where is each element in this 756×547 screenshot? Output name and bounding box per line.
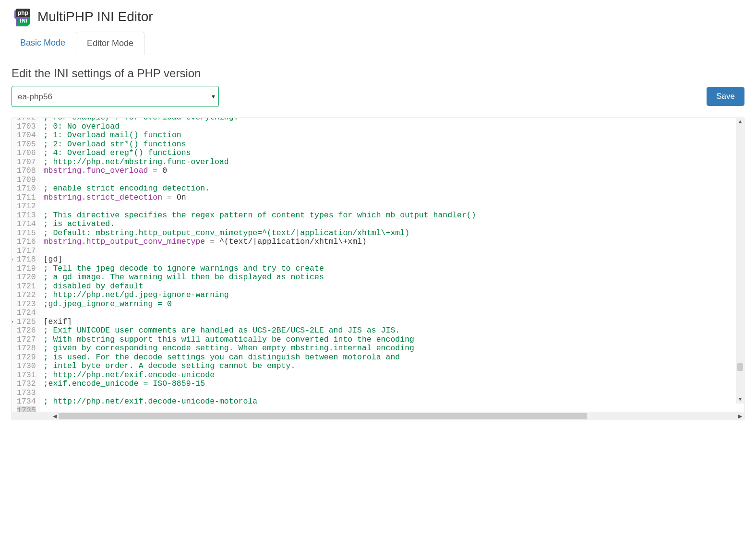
- code-line[interactable]: ; 0: No overload: [44, 122, 740, 131]
- line-number-gutter: 1702170317041705170617071708170917101711…: [12, 118, 40, 412]
- code-line[interactable]: ; Exif UNICODE user comments are handled…: [44, 326, 740, 335]
- line-number: 1706: [17, 149, 36, 158]
- line-number: 1721: [17, 282, 36, 291]
- line-number: 1713: [17, 211, 36, 220]
- code-comment: ;gd.jpeg_ignore_warning = 0: [44, 299, 172, 309]
- code-line[interactable]: ; http://php.net/gd.jpeg-ignore-warning: [44, 291, 740, 300]
- line-number: 1714: [17, 220, 36, 229]
- code-line[interactable]: ; given by corresponding encode setting.…: [44, 344, 740, 353]
- code-line[interactable]: ; 2: Overload str*() functions: [44, 140, 740, 149]
- line-number: 1732: [17, 380, 36, 389]
- code-line[interactable]: mbstring.strict_detection = On: [44, 193, 740, 202]
- vertical-scrollbar[interactable]: ▲ ▼: [736, 118, 744, 404]
- code-line[interactable]: ; 1: Overload mail() function: [44, 131, 740, 140]
- fold-marker-icon[interactable]: ▾: [12, 255, 14, 264]
- code-line[interactable]: [44, 309, 740, 318]
- line-number: 1715: [17, 229, 36, 238]
- line-number: 1711: [17, 193, 36, 202]
- code-comment: ; 4: Overload ereg*() functions: [44, 148, 191, 157]
- page-header: php INI MultiPHP INI Editor: [10, 0, 746, 32]
- code-comment: ; http://php.net/gd.jpeg-ignore-warning: [44, 290, 229, 299]
- line-number: 1731: [17, 371, 36, 380]
- code-comment: ; Default: mbstring.http_output_conv_mim…: [44, 228, 409, 238]
- controls-row: ea-php56 ▼ Save: [12, 86, 744, 107]
- text-cursor: [53, 220, 53, 228]
- horizontal-scroll-track[interactable]: [59, 412, 736, 420]
- php-version-select[interactable]: ea-php56: [12, 86, 219, 107]
- code-line[interactable]: ; http://php.net/exif.encode-unicode: [44, 371, 740, 380]
- line-number: 1709: [17, 176, 36, 185]
- line-number: 1707: [17, 158, 36, 167]
- code-editor[interactable]: 1702170317041705170617071708170917101711…: [12, 118, 744, 420]
- scroll-right-arrow-icon[interactable]: ▶: [736, 413, 744, 419]
- scroll-down-arrow-icon[interactable]: ▼: [736, 395, 744, 404]
- line-number: 1723: [17, 300, 36, 309]
- code-comment: ; With mbstring support this will automa…: [44, 335, 414, 344]
- code-comment: ; intel byte order. A decode setting can…: [44, 361, 296, 370]
- ini-value: ^(text/|application/xhtml\+xml): [219, 237, 367, 246]
- ini-key: mbstring.strict_detection: [44, 193, 163, 202]
- vertical-scroll-thumb[interactable]: [737, 363, 743, 371]
- code-comment: ; given by corresponding encode setting.…: [44, 344, 414, 353]
- php-version-select-wrap: ea-php56 ▼: [12, 86, 219, 107]
- code-comment: ; http://php.net/exif.decode-unicode-mot…: [44, 397, 258, 406]
- code-line[interactable]: [44, 202, 740, 211]
- code-line[interactable]: ; 4: Overload ereg*() functions: [44, 149, 740, 158]
- code-comment: ;exif.encode_unicode = ISO-8859-15: [44, 379, 205, 388]
- code-comment: ; http://php.net/exif.encode-unicode: [44, 370, 215, 380]
- code-line[interactable]: ;gd.jpeg_ignore_warning = 0: [44, 300, 740, 309]
- save-button[interactable]: Save: [707, 87, 744, 106]
- ini-key: mbstring.http_output_conv_mimetype: [44, 237, 205, 246]
- code-area[interactable]: ; For example, 7 for overload everything…: [40, 118, 744, 412]
- code-comment: ; Exif UNICODE user comments are handled…: [44, 326, 400, 335]
- logo-text-ini: INI: [17, 16, 29, 25]
- code-line[interactable]: ; Tell the jpeg decode to ignore warning…: [44, 264, 740, 274]
- code-line[interactable]: [44, 406, 740, 412]
- code-line[interactable]: [exif]: [44, 318, 740, 327]
- code-line[interactable]: mbstring.func_overload = 0: [44, 166, 740, 176]
- ini-value: 0: [162, 166, 167, 175]
- code-line[interactable]: [44, 389, 740, 398]
- page-title: MultiPHP INI Editor: [37, 9, 153, 24]
- code-line[interactable]: ; Default: mbstring.http_output_conv_mim…: [44, 229, 740, 238]
- line-number: 1729: [17, 353, 36, 362]
- code-line[interactable]: ; a gd image. The warning will then be d…: [44, 273, 740, 282]
- horizontal-scrollbar[interactable]: ◀ ▶: [12, 412, 744, 420]
- horizontal-scroll-thumb[interactable]: [59, 413, 587, 419]
- code-comment: ; 0: No overload: [44, 122, 120, 131]
- code-comment: ; 1: Overload mail() function: [44, 131, 181, 140]
- code-line[interactable]: ; is used. For the decode settings you c…: [44, 353, 740, 362]
- code-comment: ; is activated.: [44, 219, 115, 228]
- tab-editor-mode[interactable]: Editor Mode: [76, 32, 144, 55]
- code-line[interactable]: ; disabled by default: [44, 282, 740, 291]
- scroll-up-arrow-icon[interactable]: ▲: [736, 118, 744, 126]
- ini-value: On: [177, 193, 186, 202]
- code-editor-inner[interactable]: 1702170317041705170617071708170917101711…: [12, 118, 744, 412]
- code-line[interactable]: [44, 176, 740, 185]
- code-line[interactable]: ; is activated.: [44, 220, 740, 229]
- code-line[interactable]: ; http://php.net/mbstring.func-overload: [44, 158, 740, 167]
- code-line[interactable]: ; http://php.net/exif.decode-unicode-mot…: [44, 397, 740, 406]
- code-line[interactable]: mbstring.http_output_conv_mimetype = ^(t…: [44, 238, 740, 247]
- code-line[interactable]: ; This directive specifies the regex pat…: [44, 211, 740, 220]
- line-number: 1710: [17, 184, 36, 193]
- ini-section: [gd]: [44, 255, 63, 264]
- code-line[interactable]: [gd]: [44, 255, 740, 264]
- code-line[interactable]: ;exif.encode_unicode = ISO-8859-15: [44, 380, 740, 389]
- line-number: 1727: [17, 335, 36, 345]
- code-line[interactable]: ; intel byte order. A decode setting can…: [44, 362, 740, 371]
- code-line[interactable]: [44, 247, 740, 256]
- line-number: 1730: [17, 362, 36, 371]
- vertical-scroll-track[interactable]: [736, 126, 744, 395]
- code-line[interactable]: ; With mbstring support this will automa…: [44, 335, 740, 345]
- scroll-left-arrow-icon[interactable]: ◀: [50, 413, 59, 419]
- tab-basic-mode[interactable]: Basic Mode: [10, 32, 76, 55]
- code-line[interactable]: ; For example, 7 for overload everything…: [44, 118, 740, 122]
- fold-marker-icon[interactable]: ▾: [12, 318, 14, 327]
- ini-section: [exif]: [44, 317, 72, 326]
- line-number: 1705: [17, 140, 36, 149]
- line-number: 1719: [17, 264, 36, 274]
- code-comment: ; a gd image. The warning will then be d…: [44, 273, 324, 282]
- line-number: ▾1725: [17, 318, 36, 327]
- code-line[interactable]: ; enable strict encoding detection.: [44, 184, 740, 193]
